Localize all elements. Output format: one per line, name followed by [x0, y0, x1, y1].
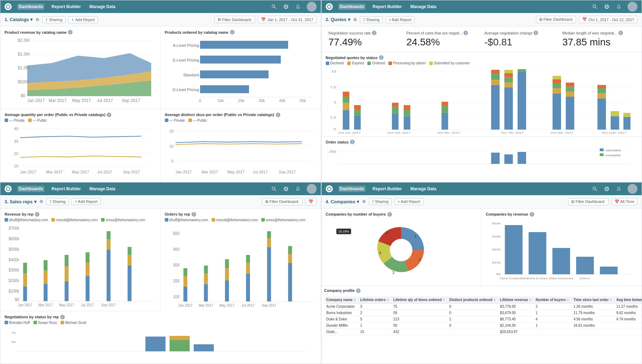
info-icon-avg-quantity[interactable]: i	[107, 113, 111, 117]
filter-button-quotes[interactable]: ⊞ Filter Dashboard:	[536, 16, 576, 23]
info-icon-company-profile[interactable]: i	[356, 288, 361, 293]
info-icon-kpi-2[interactable]: i	[534, 31, 538, 35]
add-report-button-companies[interactable]: + Add Report	[394, 198, 424, 205]
gear-icon-sales-reps[interactable]: ⚙	[39, 199, 43, 204]
info-icon-negotiated-quotes[interactable]: i	[379, 55, 384, 60]
chart-negotiations-by-rep: Negotiations by status by rep i Brendan …	[0, 311, 321, 364]
col-lifetime-revenue[interactable]: Lifetime revenue ⇕	[498, 296, 534, 304]
nav-report-builder-2[interactable]: Report Builder	[371, 4, 403, 10]
gear-icon-quotes[interactable]: ⚙	[353, 17, 357, 22]
svg-text:5: 5	[334, 101, 336, 104]
info-icon-products-ordered[interactable]: i	[230, 30, 235, 34]
nav-dashboards-4[interactable]: Dashboards	[338, 186, 366, 192]
chart-avg-skus: Average distinct skus per order (Public …	[161, 109, 321, 182]
info-icon-kpi-3[interactable]: i	[618, 31, 623, 35]
info-icon-companies-revenue[interactable]: i	[530, 212, 534, 217]
quotes-title[interactable]: 2. Quotes ▾	[326, 17, 350, 22]
search-icon-2[interactable]	[592, 4, 598, 10]
bell-icon-2[interactable]	[616, 4, 622, 10]
svg-rect-107	[553, 83, 561, 88]
add-report-button-catalogs[interactable]: + Add Report	[68, 16, 98, 23]
sharing-button-companies[interactable]: ⤴ Sharing	[369, 198, 392, 205]
bell-icon-1[interactable]	[295, 4, 301, 10]
svg-rect-208	[169, 340, 189, 351]
svg-rect-153	[23, 273, 27, 286]
col-avg-time-between[interactable]: Avg time between orders ⇕	[614, 296, 642, 304]
nav-manage-data-4[interactable]: Manage Data	[409, 186, 438, 192]
svg-rect-155	[44, 283, 48, 301]
sharing-button-catalogs[interactable]: ⤴ Sharing	[42, 16, 66, 23]
sharing-button-sales-reps[interactable]: ⤴ Sharing	[46, 198, 69, 205]
nav-dashboards-2[interactable]: Dashboards	[338, 4, 366, 10]
date-button-companies[interactable]: 📅 All-Time	[611, 198, 637, 205]
svg-rect-231	[576, 257, 594, 274]
svg-text:Mar 2017: Mar 2017	[46, 170, 63, 174]
nav-report-builder-4[interactable]: Report Builder	[371, 186, 403, 192]
col-num-buyers[interactable]: Number of buyers ⇕	[534, 296, 571, 304]
col-lifetime-qty[interactable]: Lifetime qty of items ordered ⇕	[391, 296, 447, 304]
nav-manage-data-3[interactable]: Manage Data	[88, 186, 117, 192]
sales-reps-title[interactable]: 3. Sales reps ▾	[5, 199, 37, 204]
col-company-name[interactable]: Company name ⇕	[324, 296, 358, 304]
globe-icon-1[interactable]	[283, 4, 289, 10]
nav-manage-data-1[interactable]: Manage Data	[88, 4, 117, 10]
legend-negotiations-by-rep: Brendan Huff Susan Ross Michael Scott	[5, 321, 317, 325]
info-icon-orders-by-rep[interactable]: i	[192, 212, 196, 217]
globe-icon-3[interactable]	[283, 186, 289, 192]
info-icon-order-status[interactable]: i	[350, 140, 355, 144]
nav-manage-data-2[interactable]: Manage Data	[409, 4, 438, 10]
globe-icon-4[interactable]	[604, 186, 610, 192]
info-icon-revenue-by-rep[interactable]: i	[35, 212, 39, 217]
info-icon-kpi-1[interactable]: i	[463, 31, 468, 35]
info-icon-product-revenue[interactable]: i	[68, 30, 73, 34]
sharing-button-quotes[interactable]: ⤴ Sharing	[360, 16, 383, 23]
filter-button-companies[interactable]: ⊞ Filter Dashboard:	[568, 198, 608, 205]
panel-sales-reps: Dashboards Report Builder Manage Data 3.…	[0, 182, 321, 364]
date-button-catalogs[interactable]: 📅 Jan 1, 2017 - Oct 31, 2017	[258, 16, 316, 23]
date-button-sales-reps[interactable]: 📅	[305, 198, 317, 205]
toolbar-quotes: 2. Quotes ▾ ⚙ ⤴ Sharing + Add Report ⊞ F…	[322, 13, 642, 26]
info-icon-kpi-0[interactable]: i	[372, 31, 376, 35]
svg-rect-115	[597, 93, 606, 98]
svg-point-211	[593, 187, 596, 190]
chart-title-companies-revenue: Companies by revenue i	[486, 212, 637, 217]
chevron-down-icon-companies: ▾	[357, 199, 359, 204]
date-button-quotes[interactable]: 📅 Oct 1, 2017 - Oct 12, 2017	[579, 16, 637, 23]
col-time-since-last[interactable]: Time since last order ⇕	[571, 296, 614, 304]
catalogs-title[interactable]: 1. Catalogs ▾	[5, 17, 33, 22]
add-report-button-quotes[interactable]: + Add Report	[386, 16, 415, 23]
info-icon-avg-skus[interactable]: i	[276, 113, 280, 117]
chart-title-product-revenue: Product revenue by catalog name i	[5, 30, 156, 34]
filter-button-sales-reps[interactable]: ⊞ Filter Dashboard:	[262, 198, 302, 205]
svg-rect-134	[600, 148, 604, 151]
svg-rect-183	[183, 268, 187, 276]
svg-text:Oct 9th, 2017: Oct 9th, 2017	[550, 131, 573, 134]
search-icon-3[interactable]	[271, 186, 277, 192]
nav-dashboards-3[interactable]: Dashboards	[17, 186, 44, 192]
add-report-button-sales-reps[interactable]: + Add Report	[71, 198, 101, 205]
bell-icon-4[interactable]	[616, 186, 622, 192]
nav-dashboards-1[interactable]: Dashboards	[17, 4, 44, 10]
filter-button-catalogs[interactable]: ⊞ Filter Dashboard:	[214, 16, 255, 23]
search-icon-4[interactable]	[592, 186, 598, 192]
svg-text:Jan 2017: Jan 2017	[178, 303, 192, 307]
info-icon-companies-buyers[interactable]: i	[387, 212, 392, 217]
svg-rect-210	[194, 344, 214, 351]
svg-rect-106	[553, 88, 561, 93]
col-distinct-products[interactable]: Distinct products ordered ⇕	[447, 296, 498, 304]
svg-text:May 2017: May 2017	[72, 98, 91, 103]
companies-title[interactable]: 4. Companies ▾	[326, 199, 360, 204]
svg-rect-164	[107, 249, 111, 301]
gear-icon-companies[interactable]: ⚙	[362, 199, 366, 204]
info-icon-negotiations-by-rep[interactable]: i	[60, 315, 65, 319]
globe-icon-2[interactable]	[604, 4, 610, 10]
search-icon-1[interactable]	[271, 4, 277, 10]
svg-rect-157	[44, 260, 48, 270]
nav-report-builder-3[interactable]: Report Builder	[50, 186, 82, 192]
col-lifetime-orders[interactable]: Lifetime orders ⇕	[358, 296, 391, 304]
nav-report-builder-1[interactable]: Report Builder	[50, 4, 82, 10]
gear-icon-catalogs[interactable]: ⚙	[36, 17, 39, 22]
svg-rect-159	[65, 266, 69, 281]
calendar-icon-catalogs: 📅	[261, 17, 266, 22]
bell-icon-3[interactable]	[295, 186, 301, 192]
